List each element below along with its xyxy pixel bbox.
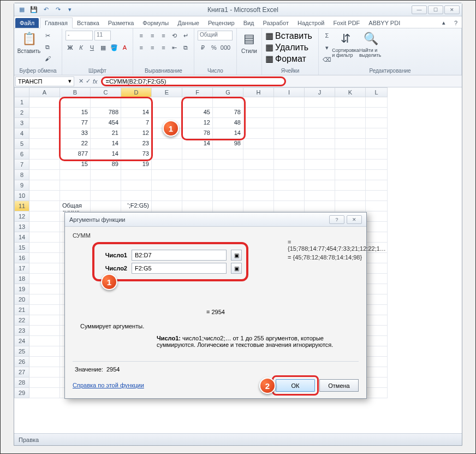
cell-A12[interactable] [29, 211, 60, 222]
cell-K6[interactable] [335, 149, 366, 160]
row-header[interactable]: 13 [14, 222, 29, 232]
cell-A18[interactable] [29, 274, 60, 284]
cell-A25[interactable] [29, 346, 60, 357]
row-header[interactable]: 16 [14, 253, 29, 263]
cell-D7[interactable]: 19 [121, 160, 152, 170]
cell-B6[interactable]: 877 [60, 149, 91, 160]
sum-icon[interactable]: Σ [322, 31, 332, 40]
tab-data[interactable]: Данные [173, 18, 204, 28]
merge-icon[interactable]: ⧉ [181, 43, 191, 52]
redo-icon[interactable]: ↷ [53, 5, 62, 14]
cell-E9[interactable] [152, 180, 182, 191]
font-size[interactable]: 11 [94, 31, 111, 40]
cell-K8[interactable] [335, 170, 366, 180]
cell-A16[interactable] [29, 253, 60, 263]
cell-H11[interactable] [243, 201, 274, 211]
col-header-A[interactable]: A [29, 87, 60, 97]
cell-L21[interactable] [366, 305, 388, 315]
cell-A7[interactable] [29, 160, 60, 170]
cell-J10[interactable] [305, 191, 335, 201]
cell-J2[interactable] [305, 108, 335, 118]
align-right-icon[interactable]: ≡ [159, 43, 168, 52]
cell-G6[interactable] [213, 149, 243, 160]
tab-formulas[interactable]: Формулы [138, 18, 173, 28]
cell-G11[interactable] [213, 201, 243, 211]
row-header[interactable]: 22 [14, 315, 29, 326]
fill-color-icon[interactable]: 🪣 [109, 43, 118, 52]
cell-D11[interactable]: ';F2:G5) [121, 201, 152, 211]
cell-L13[interactable] [366, 222, 388, 232]
row-header[interactable]: 20 [14, 294, 29, 305]
cell-L12[interactable] [366, 211, 388, 222]
cell-F3[interactable]: 12 [182, 118, 213, 128]
number-format[interactable]: Общий [198, 31, 233, 40]
cell-L5[interactable] [366, 139, 388, 149]
currency-icon[interactable]: ₽ [198, 43, 207, 52]
cell-I5[interactable] [274, 139, 305, 149]
tab-foxit[interactable]: Foxit PDF [329, 18, 364, 28]
cell-A9[interactable] [29, 180, 60, 191]
cell-L23[interactable] [366, 326, 388, 336]
cell-K10[interactable] [335, 191, 366, 201]
arg2-input[interactable] [132, 263, 227, 274]
cell-D6[interactable]: 73 [121, 149, 152, 160]
cell-L11[interactable] [366, 201, 388, 211]
dialog-close-icon[interactable]: ✕ [347, 215, 362, 224]
tab-file[interactable]: Файл [15, 18, 39, 28]
row-header[interactable]: 24 [14, 336, 29, 346]
maximize-button[interactable]: ☐ [428, 5, 443, 14]
cell-H9[interactable] [243, 180, 274, 191]
cell-L17[interactable] [366, 263, 388, 274]
cell-E4[interactable] [152, 128, 182, 139]
cell-A22[interactable] [29, 315, 60, 326]
arg1-input[interactable] [132, 250, 227, 261]
cell-G8[interactable] [213, 170, 243, 180]
cell-L26[interactable] [366, 357, 388, 367]
cell-C9[interactable] [91, 180, 121, 191]
paste-button[interactable]: 📋 Вставить [17, 31, 40, 67]
undo-icon[interactable]: ↶ [41, 5, 50, 14]
border-icon[interactable]: ▦ [98, 43, 108, 52]
comma-icon[interactable]: 000 [221, 43, 230, 52]
orientation-icon[interactable]: ⟲ [170, 31, 179, 40]
cell-C3[interactable]: 454 [91, 118, 121, 128]
formula-input[interactable]: =СУММ(B2:D7;F2:G5) [101, 76, 287, 86]
cell-L24[interactable] [366, 336, 388, 346]
cell-H3[interactable] [243, 118, 274, 128]
cell-A27[interactable] [29, 367, 60, 378]
tab-developer[interactable]: Разработ [259, 18, 293, 28]
cell-A2[interactable] [29, 108, 60, 118]
cell-I4[interactable] [274, 128, 305, 139]
arg1-range-picker-icon[interactable]: ▣ [231, 250, 242, 261]
cell-L18[interactable] [366, 274, 388, 284]
cell-K1[interactable] [335, 97, 366, 108]
cell-F4[interactable]: 78 [182, 128, 213, 139]
cell-K4[interactable] [335, 128, 366, 139]
cell-I9[interactable] [274, 180, 305, 191]
row-header[interactable]: 14 [14, 232, 29, 243]
wrap-icon[interactable]: ↵ [181, 31, 191, 40]
cell-D1[interactable] [121, 97, 152, 108]
clear-icon[interactable]: ⌫ [322, 55, 332, 64]
cell-L19[interactable] [366, 284, 388, 294]
cell-D3[interactable]: 7 [121, 118, 152, 128]
cell-B8[interactable] [60, 170, 91, 180]
cell-H8[interactable] [243, 170, 274, 180]
cell-A11[interactable] [29, 201, 60, 211]
col-header-J[interactable]: J [305, 87, 335, 97]
cell-A5[interactable] [29, 139, 60, 149]
tab-addins[interactable]: Надстрой [293, 18, 329, 28]
align-top-icon[interactable]: ≡ [136, 31, 146, 40]
cell-C10[interactable] [91, 191, 121, 201]
cell-F11[interactable] [182, 201, 213, 211]
cell-L8[interactable] [366, 170, 388, 180]
row-header[interactable]: 25 [14, 346, 29, 357]
align-left-icon[interactable]: ≡ [136, 43, 146, 52]
tab-view[interactable]: Вид [239, 18, 259, 28]
cell-F7[interactable] [182, 160, 213, 170]
cell-C6[interactable]: 14 [91, 149, 121, 160]
close-button[interactable]: ✕ [444, 5, 460, 14]
cell-G4[interactable]: 14 [213, 128, 243, 139]
cell-K7[interactable] [335, 160, 366, 170]
cell-E3[interactable] [152, 118, 182, 128]
